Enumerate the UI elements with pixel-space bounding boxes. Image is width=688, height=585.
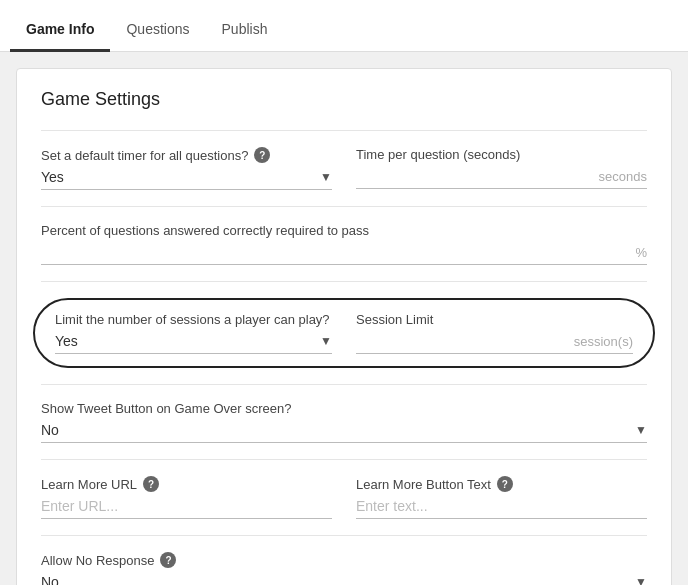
learn-more-button-col: Learn More Button Text ?: [356, 476, 647, 519]
main-content: Game Settings Set a default timer for al…: [0, 52, 688, 585]
learn-more-button-help-icon[interactable]: ?: [497, 476, 513, 492]
tweet-dropdown-arrow: ▼: [635, 423, 647, 437]
timer-select-wrap: Yes No ▼: [41, 169, 332, 190]
no-response-select-wrap: No Yes ▼: [41, 574, 647, 585]
session-limit-input[interactable]: 1: [356, 333, 570, 349]
tweet-row: Show Tweet Button on Game Over screen? N…: [41, 401, 647, 443]
pass-percent-row: Percent of questions answered correctly …: [41, 223, 647, 265]
session-limit-select[interactable]: Yes No: [55, 333, 316, 349]
no-response-help-icon[interactable]: ?: [160, 552, 176, 568]
tweet-col: Show Tweet Button on Game Over screen? N…: [41, 401, 647, 443]
top-nav: Game Info Questions Publish: [0, 0, 688, 52]
session-limit-inner: Limit the number of sessions a player ca…: [55, 312, 633, 354]
time-per-question-suffix: seconds: [599, 169, 647, 184]
learn-more-button-label: Learn More Button Text ?: [356, 476, 647, 492]
pass-percent-suffix: %: [635, 245, 647, 260]
pass-percent-col: Percent of questions answered correctly …: [41, 223, 647, 265]
session-limit-select-wrap: Yes No ▼: [55, 333, 332, 354]
divider-5: [41, 459, 647, 460]
session-limit-input-wrap: 1 session(s): [356, 333, 633, 354]
session-limit-col: Session Limit 1 session(s): [356, 312, 633, 354]
divider-6: [41, 535, 647, 536]
divider-1: [41, 130, 647, 131]
card-title: Game Settings: [41, 89, 647, 110]
session-limit-dropdown-arrow: ▼: [320, 334, 332, 348]
timer-select[interactable]: Yes No: [41, 169, 316, 185]
time-per-question-input-wrap: 60 seconds: [356, 168, 647, 189]
divider-2: [41, 206, 647, 207]
learn-more-button-input-wrap: [356, 498, 647, 519]
no-response-dropdown-arrow: ▼: [635, 575, 647, 585]
tab-game-info[interactable]: Game Info: [10, 7, 110, 52]
learn-more-url-input[interactable]: [41, 498, 332, 514]
pass-percent-input-wrap: 0 %: [41, 244, 647, 265]
session-limit-section: Limit the number of sessions a player ca…: [33, 298, 655, 368]
learn-more-url-help-icon[interactable]: ?: [143, 476, 159, 492]
learn-more-url-input-wrap: [41, 498, 332, 519]
timer-help-icon[interactable]: ?: [254, 147, 270, 163]
session-limit-question-label: Limit the number of sessions a player ca…: [55, 312, 332, 327]
timer-dropdown-arrow: ▼: [320, 170, 332, 184]
timer-label: Set a default timer for all questions? ?: [41, 147, 332, 163]
tweet-select[interactable]: No Yes: [41, 422, 631, 438]
tweet-label: Show Tweet Button on Game Over screen?: [41, 401, 647, 416]
divider-4: [41, 384, 647, 385]
timer-row: Set a default timer for all questions? ?…: [41, 147, 647, 190]
no-response-select[interactable]: No Yes: [41, 574, 631, 585]
no-response-col: Allow No Response ? No Yes ▼: [41, 552, 647, 585]
session-limit-label: Session Limit: [356, 312, 633, 327]
time-per-question-label: Time per question (seconds): [356, 147, 647, 162]
no-response-label: Allow No Response ?: [41, 552, 647, 568]
pass-percent-input[interactable]: 0: [41, 244, 631, 260]
game-settings-card: Game Settings Set a default timer for al…: [16, 68, 672, 585]
learn-more-url-col: Learn More URL ?: [41, 476, 332, 519]
no-response-row: Allow No Response ? No Yes ▼: [41, 552, 647, 585]
timer-col: Set a default timer for all questions? ?…: [41, 147, 332, 190]
learn-more-button-input[interactable]: [356, 498, 647, 514]
time-per-question-input[interactable]: 60: [356, 168, 595, 184]
divider-3: [41, 281, 647, 282]
tab-publish[interactable]: Publish: [206, 7, 284, 52]
tab-questions[interactable]: Questions: [110, 7, 205, 52]
time-per-question-col: Time per question (seconds) 60 seconds: [356, 147, 647, 190]
session-limit-question-col: Limit the number of sessions a player ca…: [55, 312, 332, 354]
learn-more-url-label: Learn More URL ?: [41, 476, 332, 492]
tweet-select-wrap: No Yes ▼: [41, 422, 647, 443]
learn-more-row: Learn More URL ? Learn More Button Text …: [41, 476, 647, 519]
pass-percent-label: Percent of questions answered correctly …: [41, 223, 647, 238]
session-limit-suffix: session(s): [574, 334, 633, 349]
